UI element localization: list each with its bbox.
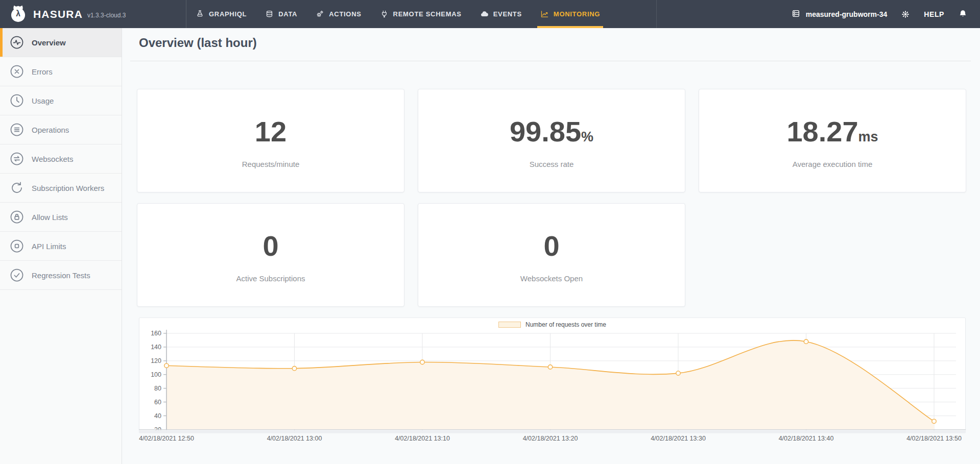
stat-value: 0 [262,232,278,260]
svg-text:100: 100 [151,371,161,378]
stat-value: 12 [255,117,286,146]
navbar-right-divider [656,0,657,28]
nav-item-events[interactable]: EVENTS [480,0,522,28]
sidebar-item-overview[interactable]: Overview [0,28,122,57]
stat-value: 0 [543,232,559,260]
bell-icon [958,9,968,19]
brand-name: HASURA [33,8,83,20]
stat-card-requests-minute: 12Requests/minute [137,89,404,192]
stat-value: 99.85% [510,117,593,146]
sidebar-item-label: Subscription Workers [32,184,104,192]
nav-item-label: EVENTS [493,10,522,18]
cloud-icon [480,10,489,18]
stat-unit: ms [858,130,878,146]
sidebar-item-subscription-workers[interactable]: Subscription Workers [0,174,122,203]
legend-swatch [498,322,521,328]
navbar-right-section: measured-grubworm-34 HELP [791,9,980,20]
server-icon [791,9,801,20]
nav-item-label: GRAPHIQL [209,10,247,18]
stat-value: 18.27ms [786,117,878,146]
help-button[interactable]: HELP [924,10,944,18]
list-circle-icon [9,122,25,137]
stat-label: Active Subscriptions [236,274,305,283]
sidebar-item-label: Allow Lists [32,213,68,222]
nav-item-data[interactable]: DATA [265,0,297,28]
sidebar-item-label: API Limits [32,242,66,251]
svg-text:4/02/18/2021 12:50: 4/02/18/2021 12:50 [139,435,194,442]
notifications-button[interactable] [958,9,968,19]
stat-cards-row-2: 0Active Subscriptions0Websockets Open [137,203,685,307]
stat-card-success-rate: 99.85%Success rate [418,89,685,192]
svg-text:4/02/18/2021 13:20: 4/02/18/2021 13:20 [523,435,578,442]
svg-text:120: 120 [151,357,161,364]
svg-text:4/02/18/2021 13:00: 4/02/18/2021 13:00 [267,435,322,442]
sidebar-item-label: Regression Tests [32,271,90,280]
sidebar-item-api-limits[interactable]: API Limits [0,232,122,261]
sidebar-item-allow-lists[interactable]: Allow Lists [0,203,122,232]
chart-point [420,360,424,364]
requests-chart-section: Number of requests over time 20406080100… [139,318,966,460]
sidebar-item-websockets[interactable]: Websockets [0,144,122,174]
svg-text:4/02/18/2021 13:50: 4/02/18/2021 13:50 [906,435,962,442]
sidebar-item-errors[interactable]: Errors [0,57,122,86]
svg-text:80: 80 [154,385,161,392]
svg-text:60: 60 [154,399,161,406]
sidebar-item-regression-tests[interactable]: Regression Tests [0,261,122,290]
sidebar-item-usage[interactable]: Usage [0,86,122,115]
settings-button[interactable] [901,10,910,19]
sync-icon [9,180,25,196]
chart-point [676,371,680,375]
legend-label: Number of requests over time [525,321,606,328]
chart-point [164,363,169,368]
sidebar-item-label: Websockets [32,155,73,163]
svg-text:140: 140 [151,344,161,351]
project-name: measured-grubworm-34 [806,10,887,18]
nav-item-actions[interactable]: ACTIONS [316,0,361,28]
sidebar-item-label: Errors [32,67,53,76]
chart-point [548,365,552,369]
gears-icon [316,10,324,18]
nav-item-label: ACTIONS [329,10,361,18]
chart-point [932,419,936,423]
nav-item-remote-schemas[interactable]: REMOTE SCHEMAS [380,0,462,28]
stat-cards-row-1: 12Requests/minute99.85%Success rate18.27… [137,89,966,192]
hasura-logo-icon: λ [8,3,28,25]
nav-item-label: DATA [278,10,297,18]
hasura-brand[interactable]: λ HASURA v1.3.3-cloud.3 [0,3,186,25]
check-circle-icon [9,267,25,283]
square-circle-icon [9,238,25,254]
stat-label: Requests/minute [242,160,300,168]
svg-text:λ: λ [16,9,20,18]
stat-card-average-execution-time: 18.27msAverage execution time [699,89,966,192]
sidebar-item-label: Usage [32,96,54,105]
error-circle-icon [9,64,25,79]
nav-item-monitoring[interactable]: MONITORING [540,0,600,28]
plug-icon [380,10,389,18]
stat-unit: % [581,130,593,146]
nav-item-graphiql[interactable]: GRAPHIQL [196,0,247,28]
chart-line-icon [540,10,549,18]
sidebar-item-operations[interactable]: Operations [0,115,122,144]
svg-text:4/02/18/2021 13:40: 4/02/18/2021 13:40 [779,435,834,442]
chart-point [292,367,296,371]
stat-label: Success rate [530,160,574,168]
hasura-logo-icon: λ [8,3,28,23]
exchange-icon [9,151,25,166]
chart-point [804,339,808,344]
svg-text:4/02/18/2021 13:10: 4/02/18/2021 13:10 [395,435,450,442]
nav-item-label: REMOTE SCHEMAS [393,10,462,18]
svg-text:40: 40 [154,412,161,420]
svg-text:160: 160 [151,330,161,337]
project-name-button[interactable]: measured-grubworm-34 [791,9,887,20]
pulse-icon [9,35,25,50]
top-navbar: λ HASURA v1.3.3-cloud.3 GRAPHIQLDATAACTI… [0,0,980,28]
nav-item-label: MONITORING [554,10,600,18]
stat-card-active-subscriptions: 0Active Subscriptions [137,203,404,307]
navbar-divider [186,0,186,28]
lock-circle-icon [9,209,25,225]
monitoring-sidebar: OverviewErrorsUsageOperationsWebsocketsS… [0,28,122,464]
page-title: Overview (last hour) [139,36,257,50]
sidebar-item-label: Overview [32,38,66,47]
clock-icon [9,93,25,108]
gear-icon [901,10,910,19]
